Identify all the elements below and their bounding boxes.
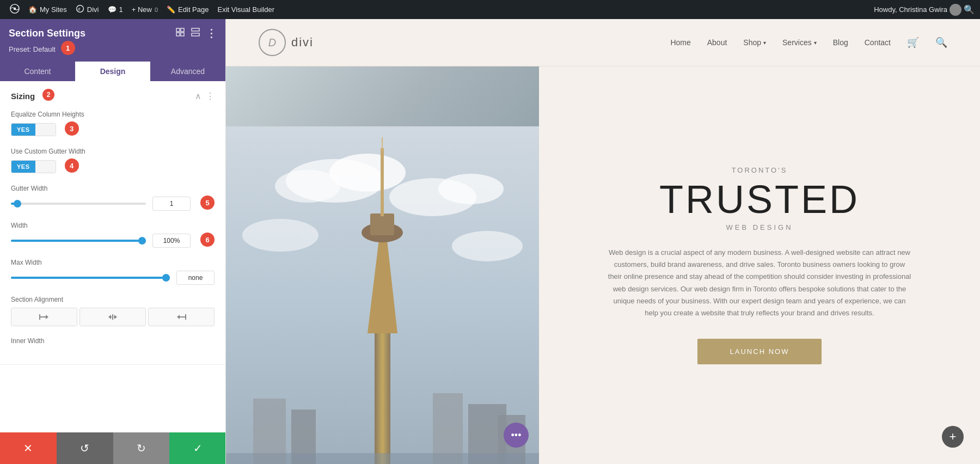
new-count: 0 xyxy=(155,7,158,13)
svg-point-23 xyxy=(329,154,406,192)
hero-content-col: TORONTO'S TRUSTED WEB DESIGN Web design … xyxy=(539,66,980,464)
svg-rect-5 xyxy=(181,28,184,32)
hero-image xyxy=(226,66,539,464)
nav-search-icon[interactable]: 🔍 xyxy=(935,36,947,48)
width-field: Width 6 xyxy=(11,222,215,248)
max-width-value-input[interactable] xyxy=(176,271,215,285)
layout-icon[interactable] xyxy=(191,27,200,39)
hero-cta-button[interactable]: LAUNCH NOW xyxy=(697,339,822,364)
custom-gutter-toggle[interactable]: YES xyxy=(11,160,56,173)
nav-contact[interactable]: Contact xyxy=(865,38,891,47)
howdy-text: Howdy, Christina Gwira xyxy=(874,5,947,14)
svg-rect-9 xyxy=(192,33,199,36)
divi-btn[interactable]: d Divi xyxy=(71,0,103,19)
svg-rect-6 xyxy=(176,33,180,36)
tab-advanced[interactable]: Advanced xyxy=(150,62,225,81)
tab-design[interactable]: Design xyxy=(75,62,150,81)
admin-bar-right: Howdy, Christina Gwira 🔍 xyxy=(874,4,975,16)
exit-builder-btn[interactable]: Exit Visual Builder xyxy=(213,0,279,19)
divi-label: Divi xyxy=(87,5,99,14)
nav-blog[interactable]: Blog xyxy=(833,38,848,47)
canvas-area: D divi Home About Shop ▾ Services ▾ Blog… xyxy=(226,19,980,464)
equalize-toggle[interactable]: YES xyxy=(11,123,56,136)
my-sites-label: My Sites xyxy=(40,5,67,14)
collapse-icon[interactable]: ∧ xyxy=(195,91,201,101)
max-width-slider-thumb[interactable] xyxy=(162,274,170,282)
more-icon[interactable]: ⋮ xyxy=(206,27,217,40)
save-icon: ✓ xyxy=(193,442,203,455)
section-alignment-label: Section Alignment xyxy=(11,296,215,303)
sizing-title: Sizing 2 xyxy=(11,90,54,102)
edit-page-label: Edit Page xyxy=(178,5,209,14)
hero-subtitle: TORONTO'S xyxy=(732,166,788,174)
redo-button[interactable]: ↻ xyxy=(113,432,170,464)
step-badge-6: 6 xyxy=(200,233,215,247)
dots-icon: ••• xyxy=(511,430,522,441)
gutter-value-input[interactable] xyxy=(152,197,191,211)
fab-dots-button[interactable]: ••• xyxy=(504,423,529,448)
new-label: + New xyxy=(132,5,152,14)
cancel-icon: ✕ xyxy=(23,442,33,455)
equalize-col-heights-field: Equalize Column Heights YES 3 xyxy=(11,111,215,137)
fab-plus-button[interactable]: + xyxy=(942,426,964,448)
nav-shop[interactable]: Shop ▾ xyxy=(743,38,766,47)
edit-page-btn[interactable]: ✏️ Edit Page xyxy=(162,0,213,19)
nav-home[interactable]: Home xyxy=(670,38,690,47)
width-slider-track[interactable] xyxy=(11,240,146,242)
svg-rect-40 xyxy=(226,453,539,464)
hero-description: Web design is a crucial aspect of any mo… xyxy=(607,247,912,319)
cancel-button[interactable]: ✕ xyxy=(0,432,57,464)
svg-point-27 xyxy=(242,219,318,252)
hero-title2: WEB DESIGN xyxy=(726,223,793,231)
equalize-col-heights-label: Equalize Column Heights xyxy=(11,111,215,118)
tab-content[interactable]: Content xyxy=(0,62,75,81)
inner-width-field: Inner Width xyxy=(11,337,215,345)
step-badge-4: 4 xyxy=(65,158,79,173)
admin-bar: 🏠 My Sites d Divi 💬 1 + New 0 ✏️ Edit Pa… xyxy=(0,0,980,19)
cart-icon[interactable]: 🛒 xyxy=(907,36,919,48)
max-width-slider-track[interactable] xyxy=(11,277,170,279)
plus-icon: + xyxy=(950,430,957,444)
site-nav: D divi Home About Shop ▾ Services ▾ Blog… xyxy=(226,19,980,66)
expand-icon[interactable] xyxy=(175,27,185,39)
align-right-btn[interactable] xyxy=(148,308,215,326)
wp-icon xyxy=(10,4,20,15)
redo-icon: ↻ xyxy=(137,442,146,455)
save-button[interactable]: ✓ xyxy=(169,432,226,464)
services-dropdown-icon: ▾ xyxy=(814,40,817,46)
user-avatar[interactable] xyxy=(950,4,961,16)
options-icon[interactable]: ⋮ xyxy=(206,91,215,101)
wp-icon-btn[interactable] xyxy=(5,0,24,19)
panel-footer: ✕ ↺ ↻ ✓ xyxy=(0,432,226,464)
undo-icon: ↺ xyxy=(80,442,89,455)
width-label: Width xyxy=(11,222,215,229)
inner-width-label: Inner Width xyxy=(11,337,215,345)
alignment-row xyxy=(11,308,215,326)
width-slider-fill xyxy=(11,240,146,242)
gutter-slider-track[interactable] xyxy=(11,203,146,205)
my-sites-btn[interactable]: 🏠 My Sites xyxy=(24,0,71,19)
gutter-width-label: Gutter Width xyxy=(11,185,215,192)
new-btn[interactable]: + New 0 xyxy=(127,0,162,19)
align-left-btn[interactable] xyxy=(11,308,77,326)
equalize-toggle-wrapper: YES 3 xyxy=(11,123,215,137)
logo-letter: D xyxy=(268,36,276,49)
search-icon[interactable]: 🔍 xyxy=(964,4,975,15)
edit-icon: ✏️ xyxy=(167,5,175,14)
undo-button[interactable]: ↺ xyxy=(57,432,113,464)
nav-about[interactable]: About xyxy=(707,38,727,47)
svg-rect-29 xyxy=(375,333,390,464)
house-icon: 🏠 xyxy=(28,5,37,14)
panel-content: Sizing 2 ∧ ⋮ Equalize Column Heights YES xyxy=(0,81,225,464)
align-center-btn[interactable] xyxy=(79,308,146,326)
custom-gutter-label: Use Custom Gutter Width xyxy=(11,148,215,155)
svg-point-28 xyxy=(452,231,523,261)
nav-services[interactable]: Services ▾ xyxy=(782,38,817,47)
gutter-slider-thumb[interactable] xyxy=(14,200,21,207)
comment-count: 1 xyxy=(119,5,123,14)
svg-marker-19 xyxy=(177,315,180,319)
width-slider-thumb[interactable] xyxy=(138,237,146,245)
hero-section: TORONTO'S TRUSTED WEB DESIGN Web design … xyxy=(226,66,980,464)
comments-btn[interactable]: 💬 1 xyxy=(103,0,127,19)
width-value-input[interactable] xyxy=(152,234,191,248)
